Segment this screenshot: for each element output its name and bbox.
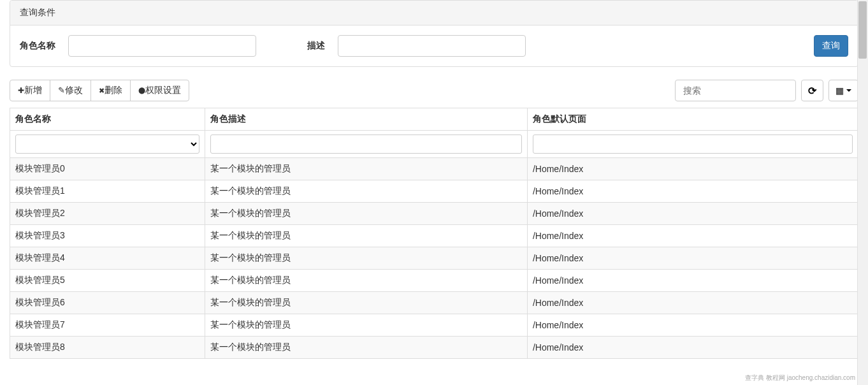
toolbar: 新增 修改 删除 权限设置 [10, 80, 858, 101]
add-label: 新增 [24, 85, 42, 95]
role-name-group: 角色名称 [20, 35, 256, 57]
cell-desc: 某一个模块的管理员 [205, 203, 528, 225]
permission-button[interactable]: 权限设置 [130, 80, 189, 101]
scrollbar-thumb[interactable] [858, 1, 867, 59]
cell-page: /Home/Index [527, 158, 858, 180]
filter-name-select[interactable] [15, 134, 199, 154]
cell-name: 模块管理员4 [10, 247, 205, 270]
table-row[interactable]: 模块管理员6某一个模块的管理员/Home/Index [10, 292, 858, 314]
query-panel-body: 角色名称 描述 查询 [10, 25, 858, 66]
cell-name: 模块管理员2 [10, 203, 205, 225]
cell-desc: 某一个模块的管理员 [205, 292, 528, 314]
cell-page: /Home/Index [527, 270, 858, 292]
desc-input[interactable] [338, 35, 526, 57]
role-name-label: 角色名称 [20, 40, 55, 52]
columns-button[interactable] [828, 80, 858, 101]
query-button-wrap: 查询 [814, 35, 848, 57]
plus-icon [18, 85, 24, 95]
search-input[interactable] [675, 80, 796, 101]
filter-desc-input[interactable] [210, 134, 522, 154]
cell-desc: 某一个模块的管理员 [205, 270, 528, 292]
data-table: 角色名称 角色描述 角色默认页面 模块管理员0某一个模块的管理员/Home/In… [10, 108, 858, 359]
permission-label: 权限设置 [145, 85, 181, 95]
cell-page: /Home/Index [527, 292, 858, 314]
query-panel: 查询条件 角色名称 描述 查询 [10, 0, 858, 67]
cell-desc: 某一个模块的管理员 [205, 158, 528, 180]
cell-name: 模块管理员1 [10, 180, 205, 203]
cell-name: 模块管理员8 [10, 337, 205, 359]
table-row[interactable]: 模块管理员1某一个模块的管理员/Home/Index [10, 180, 858, 203]
cell-desc: 某一个模块的管理员 [205, 314, 528, 337]
toolbar-right [675, 80, 858, 101]
table-row[interactable]: 模块管理员7某一个模块的管理员/Home/Index [10, 314, 858, 337]
header-desc[interactable]: 角色描述 [205, 108, 528, 131]
table-row[interactable]: 模块管理员2某一个模块的管理员/Home/Index [10, 203, 858, 225]
desc-label: 描述 [307, 40, 325, 52]
cell-name: 模块管理员6 [10, 292, 205, 314]
grid-icon [835, 85, 844, 96]
table-row[interactable]: 模块管理员3某一个模块的管理员/Home/Index [10, 225, 858, 247]
filter-page-input[interactable] [533, 134, 853, 154]
cell-desc: 某一个模块的管理员 [205, 225, 528, 247]
query-panel-title: 查询条件 [10, 1, 858, 25]
cell-desc: 某一个模块的管理员 [205, 180, 528, 203]
table-row[interactable]: 模块管理员5某一个模块的管理员/Home/Index [10, 270, 858, 292]
table-row[interactable]: 模块管理员8某一个模块的管理员/Home/Index [10, 337, 858, 359]
action-button-group: 新增 修改 删除 权限设置 [10, 80, 189, 101]
refresh-icon [808, 85, 816, 97]
apple-icon [138, 85, 145, 95]
edit-button[interactable]: 修改 [50, 80, 91, 101]
cell-name: 模块管理员7 [10, 314, 205, 337]
delete-button[interactable]: 删除 [90, 80, 131, 101]
query-button[interactable]: 查询 [814, 35, 848, 57]
delete-label: 删除 [105, 85, 122, 95]
edit-label: 修改 [65, 85, 83, 95]
cell-name: 模块管理员3 [10, 225, 205, 247]
pencil-icon [58, 85, 65, 95]
cell-name: 模块管理员0 [10, 158, 205, 180]
table-row[interactable]: 模块管理员4某一个模块的管理员/Home/Index [10, 247, 858, 270]
add-button[interactable]: 新增 [10, 80, 50, 101]
cell-desc: 某一个模块的管理员 [205, 247, 528, 270]
cell-page: /Home/Index [527, 225, 858, 247]
role-name-input[interactable] [68, 35, 256, 57]
table-row[interactable]: 模块管理员0某一个模块的管理员/Home/Index [10, 158, 858, 180]
desc-group: 描述 [307, 35, 526, 57]
header-name[interactable]: 角色名称 [10, 108, 205, 131]
cell-page: /Home/Index [527, 337, 858, 359]
refresh-button[interactable] [801, 80, 823, 101]
cell-desc: 某一个模块的管理员 [205, 337, 528, 359]
cell-page: /Home/Index [527, 314, 858, 337]
cell-page: /Home/Index [527, 180, 858, 203]
filter-row [10, 131, 858, 158]
table-header: 角色名称 角色描述 角色默认页面 [10, 108, 858, 158]
table-body: 模块管理员0某一个模块的管理员/Home/Index模块管理员1某一个模块的管理… [10, 158, 858, 359]
cell-page: /Home/Index [527, 247, 858, 270]
caret-down-icon [846, 89, 851, 92]
cell-page: /Home/Index [527, 203, 858, 225]
cell-name: 模块管理员5 [10, 270, 205, 292]
close-icon [99, 85, 105, 95]
scrollbar[interactable] [857, 0, 868, 359]
header-page[interactable]: 角色默认页面 [527, 108, 858, 131]
